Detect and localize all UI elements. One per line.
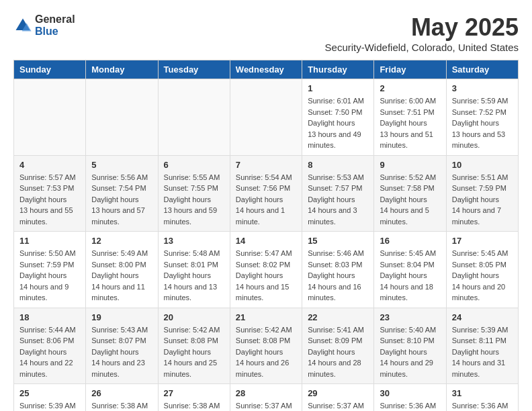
daylight-value: 14 hours and 3 minutes. (308, 206, 357, 226)
sunset-label: Sunset: (236, 336, 263, 345)
day-number: 15 (308, 236, 368, 246)
daylight-label: Daylight hours (19, 348, 66, 356)
sunset-time: 7:59 PM (479, 184, 506, 192)
calendar-cell-w5-d5: 29 Sunrise: 5:37 AM Sunset: 8:15 PM Dayl… (302, 384, 374, 412)
day-info: Sunrise: 5:57 AM Sunset: 7:53 PM Dayligh… (19, 172, 80, 228)
sunset-label: Sunset: (308, 261, 335, 269)
daylight-value: 13 hours and 59 minutes. (164, 206, 218, 226)
day-info: Sunrise: 5:48 AM Sunset: 8:01 PM Dayligh… (164, 248, 224, 304)
daylight-label: Daylight hours (91, 271, 138, 279)
sunset-time: 7:53 PM (46, 184, 74, 192)
logo-text: General Blue (35, 13, 75, 37)
day-number: 7 (236, 160, 296, 170)
day-number: 22 (308, 312, 368, 322)
day-number: 18 (19, 312, 80, 322)
day-info: Sunrise: 5:39 AM Sunset: 8:11 PM Dayligh… (452, 324, 513, 380)
sunrise-label: Sunrise: (452, 402, 481, 410)
calendar-cell-w2-d4: 7 Sunrise: 5:54 AM Sunset: 7:56 PM Dayli… (230, 155, 302, 232)
day-info: Sunrise: 5:37 AM Sunset: 8:15 PM Dayligh… (308, 400, 368, 411)
day-info: Sunrise: 5:55 AM Sunset: 7:55 PM Dayligh… (164, 172, 224, 228)
sunset-time: 8:02 PM (263, 261, 290, 269)
sunrise-time: 5:36 AM (481, 402, 508, 410)
calendar-cell-w4-d7: 24 Sunrise: 5:39 AM Sunset: 8:11 PM Dayl… (446, 308, 518, 384)
day-info: Sunrise: 5:47 AM Sunset: 8:02 PM Dayligh… (236, 248, 296, 304)
sunset-time: 7:52 PM (479, 108, 506, 116)
sunrise-label: Sunrise: (91, 326, 120, 334)
sunrise-label: Sunrise: (164, 173, 193, 181)
sunrise-time: 5:52 AM (409, 173, 436, 181)
daylight-label: Daylight hours (236, 271, 283, 279)
day-info: Sunrise: 5:56 AM Sunset: 7:54 PM Dayligh… (91, 172, 152, 228)
day-info: Sunrise: 5:38 AM Sunset: 8:13 PM Dayligh… (164, 400, 224, 411)
sunset-label: Sunset: (164, 336, 191, 345)
sunrise-time: 5:41 AM (337, 326, 364, 334)
day-number: 25 (19, 388, 80, 398)
calendar-cell-w5-d4: 28 Sunrise: 5:37 AM Sunset: 8:14 PM Dayl… (230, 384, 302, 412)
col-tuesday: Tuesday (158, 60, 230, 79)
day-info: Sunrise: 5:49 AM Sunset: 8:00 PM Dayligh… (91, 248, 152, 304)
calendar-cell-w4-d5: 22 Sunrise: 5:41 AM Sunset: 8:09 PM Dayl… (302, 308, 374, 384)
day-info: Sunrise: 5:42 AM Sunset: 8:08 PM Dayligh… (236, 324, 296, 380)
sunset-time: 8:08 PM (263, 336, 290, 345)
sunset-label: Sunset: (380, 108, 406, 116)
sunrise-time: 5:39 AM (48, 402, 75, 410)
sunset-time: 7:57 PM (335, 184, 362, 192)
calendar-week-3: 11 Sunrise: 5:50 AM Sunset: 7:59 PM Dayl… (14, 232, 519, 308)
sunrise-label: Sunrise: (308, 173, 337, 181)
sunrise-time: 6:01 AM (337, 97, 364, 105)
day-info: Sunrise: 5:51 AM Sunset: 7:59 PM Dayligh… (452, 172, 513, 228)
calendar-week-2: 4 Sunrise: 5:57 AM Sunset: 7:53 PM Dayli… (14, 155, 519, 232)
sunset-time: 8:08 PM (191, 336, 218, 345)
daylight-label: Daylight hours (380, 119, 427, 127)
daylight-label: Daylight hours (19, 271, 66, 279)
sunrise-time: 5:46 AM (337, 249, 364, 257)
calendar-cell-w1-d3 (158, 79, 230, 156)
calendar-cell-w4-d4: 21 Sunrise: 5:42 AM Sunset: 8:08 PM Dayl… (230, 308, 302, 384)
daylight-label: Daylight hours (91, 195, 138, 203)
sunset-label: Sunset: (452, 108, 479, 116)
day-info: Sunrise: 5:50 AM Sunset: 7:59 PM Dayligh… (19, 248, 80, 304)
sunrise-label: Sunrise: (380, 402, 408, 410)
sunrise-label: Sunrise: (236, 326, 265, 334)
sunrise-label: Sunrise: (380, 97, 408, 105)
calendar-cell-w2-d3: 6 Sunrise: 5:55 AM Sunset: 7:55 PM Dayli… (158, 155, 230, 232)
daylight-label: Daylight hours (452, 348, 499, 356)
sunrise-time: 5:42 AM (265, 326, 292, 334)
sunset-time: 8:06 PM (46, 336, 74, 345)
sunrise-label: Sunrise: (164, 249, 193, 257)
sunrise-time: 5:37 AM (265, 402, 292, 410)
calendar: Sunday Monday Tuesday Wednesday Thursday… (13, 60, 519, 411)
day-info: Sunrise: 5:42 AM Sunset: 8:08 PM Dayligh… (164, 324, 224, 380)
day-number: 17 (452, 236, 513, 246)
sunset-time: 7:55 PM (191, 184, 218, 192)
daylight-value: 13 hours and 57 minutes. (91, 206, 145, 226)
day-number: 16 (380, 236, 440, 246)
sunset-time: 8:05 PM (479, 261, 506, 269)
day-info: Sunrise: 5:36 AM Sunset: 8:16 PM Dayligh… (452, 400, 513, 411)
sunset-label: Sunset: (452, 336, 479, 345)
sunset-time: 8:10 PM (407, 336, 435, 345)
sunrise-time: 5:44 AM (48, 326, 75, 334)
day-info: Sunrise: 5:59 AM Sunset: 7:52 PM Dayligh… (452, 95, 513, 151)
sunset-label: Sunset: (380, 261, 406, 269)
day-number: 28 (236, 388, 296, 398)
daylight-value: 13 hours and 49 minutes. (308, 130, 361, 150)
daylight-label: Daylight hours (164, 271, 211, 279)
sunrise-time: 5:36 AM (409, 402, 436, 410)
sunrise-label: Sunrise: (19, 249, 48, 257)
sunset-label: Sunset: (308, 184, 335, 192)
sunrise-time: 5:37 AM (337, 402, 364, 410)
day-number: 12 (91, 236, 152, 246)
calendar-cell-w4-d3: 20 Sunrise: 5:42 AM Sunset: 8:08 PM Dayl… (158, 308, 230, 384)
calendar-cell-w2-d6: 9 Sunrise: 5:52 AM Sunset: 7:58 PM Dayli… (374, 155, 446, 232)
day-number: 9 (380, 160, 440, 170)
daylight-value: 14 hours and 1 minute. (236, 206, 285, 226)
daylight-label: Daylight hours (380, 271, 427, 279)
daylight-value: 14 hours and 11 minutes. (91, 283, 145, 302)
calendar-header-row: Sunday Monday Tuesday Wednesday Thursday… (14, 60, 519, 79)
calendar-cell-w3-d6: 16 Sunrise: 5:45 AM Sunset: 8:04 PM Dayl… (374, 232, 446, 308)
sunset-label: Sunset: (380, 184, 406, 192)
sunset-time: 7:51 PM (407, 108, 435, 116)
sunrise-label: Sunrise: (308, 402, 337, 410)
sunset-label: Sunset: (164, 261, 191, 269)
